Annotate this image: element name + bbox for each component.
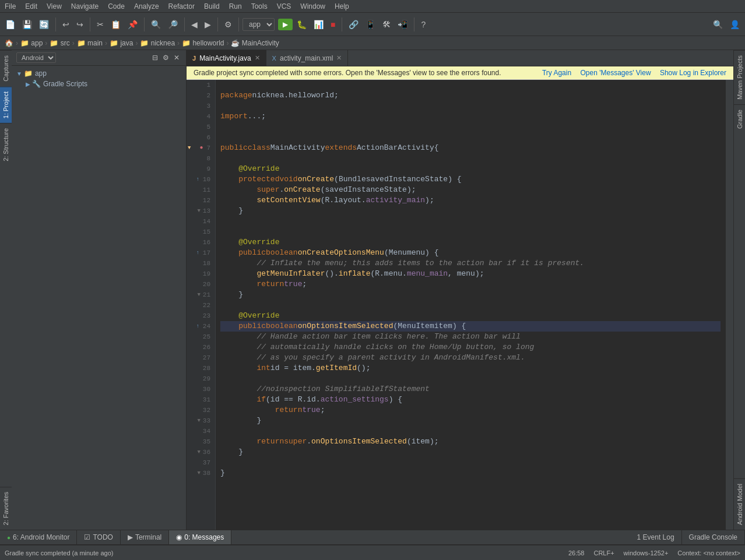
project-tab[interactable]: 1: Project — [0, 86, 12, 123]
tree-label-app: app — [35, 69, 47, 78]
gutter-line-1: 1 — [187, 80, 215, 90]
maven-projects-tab[interactable]: Maven Projects — [734, 50, 745, 104]
show-log-link[interactable]: Show Log in Explorer — [660, 69, 726, 77]
code-line-29 — [220, 374, 721, 384]
code-line-25: // Handle action bar item clicks here. T… — [220, 332, 721, 342]
bc-java[interactable]: 📁 java — [110, 39, 133, 47]
help-btn[interactable]: ? — [418, 18, 428, 31]
debug-btn[interactable]: 🐛 — [294, 18, 310, 31]
todo-icon: ☑ — [84, 533, 90, 541]
code-line-30: //noinspection SimplifiableIfStatement — [220, 384, 721, 395]
project-panel-header: Android ⊟ ⚙ ✕ — [12, 50, 186, 66]
menu-analyze[interactable]: Analyze — [129, 1, 164, 12]
vertical-scrollbar[interactable] — [725, 80, 733, 530]
tab-close-java[interactable]: ✕ — [255, 54, 260, 62]
gutter-line-27: 27 — [187, 353, 215, 363]
menu-window[interactable]: Window — [296, 1, 330, 12]
terminal-tab[interactable]: ▶ Terminal — [121, 530, 169, 544]
gutter-line-3: 3 — [187, 101, 215, 111]
bc-src[interactable]: 📁 src — [50, 39, 69, 47]
tree-item-app[interactable]: ▼ 📁 app — [12, 68, 186, 79]
menu-navigate[interactable]: Navigate — [66, 1, 103, 12]
bc-main[interactable]: 📁 main — [77, 39, 103, 47]
copy-btn[interactable]: 📋 — [108, 18, 124, 31]
search-everywhere-btn[interactable]: 🔍 — [710, 18, 726, 31]
favorites-tab[interactable]: 2: Favorites — [0, 487, 12, 530]
save-btn[interactable]: 💾 — [19, 18, 35, 31]
settings-user-btn[interactable]: 👤 — [727, 18, 743, 31]
find-replace-btn[interactable]: 🔎 — [165, 18, 181, 31]
tab-mainactivity-java[interactable]: J MainActivity.java ✕ — [187, 50, 266, 66]
build-btn[interactable]: ⚙ — [222, 18, 235, 31]
cut-btn[interactable]: ✂ — [94, 18, 107, 31]
tree-item-gradle[interactable]: ▶ 🔧 Gradle Scripts — [12, 79, 186, 89]
gradle-status[interactable]: Gradle sync completed (a minute ago) — [5, 550, 113, 557]
bottom-tabs: ● 6: Android Monitor ☑ TODO ▶ Terminal ◉… — [0, 530, 745, 545]
structure-tab[interactable]: 2: Structure — [0, 123, 12, 166]
gutter-line-8: 8 — [187, 153, 215, 164]
prev-btn[interactable]: ◀ — [188, 18, 201, 31]
menu-vcs[interactable]: VCS — [272, 1, 296, 12]
bc-helloworld-pkg[interactable]: 📁 helloworld — [182, 39, 224, 47]
open-messages-link[interactable]: Open 'Messages' View — [580, 69, 651, 77]
menu-code[interactable]: Code — [103, 1, 129, 12]
settings-btn[interactable]: ⚙ — [161, 53, 171, 62]
new-file-btn[interactable]: 📄 — [2, 18, 18, 31]
run-button[interactable]: ▶ — [278, 19, 293, 30]
sdk-btn[interactable]: 🛠 — [379, 18, 393, 31]
tab-activity-main-xml[interactable]: X activity_main.xml ✕ — [266, 50, 349, 66]
menu-view[interactable]: View — [42, 1, 66, 12]
stop-btn[interactable]: ■ — [328, 18, 338, 31]
android-model-tab[interactable]: Android Model — [734, 478, 745, 530]
collapse-all-btn[interactable]: ⊟ — [150, 53, 160, 62]
event-log-label: 1 Event Log — [637, 533, 674, 541]
menu-file[interactable]: File — [0, 1, 20, 12]
messages-tab[interactable]: ◉ 0: Messages — [169, 530, 231, 544]
menu-refactor[interactable]: Refactor — [164, 1, 199, 12]
close-panel-btn[interactable]: ✕ — [172, 53, 181, 62]
undo-btn[interactable]: ↩ — [59, 18, 72, 31]
coverage-btn[interactable]: 📊 — [311, 18, 326, 31]
menu-build[interactable]: Build — [199, 1, 224, 12]
captures-tab[interactable]: Captures — [0, 50, 12, 86]
gradle-sync-btn[interactable]: 🔗 — [346, 18, 361, 31]
menu-run[interactable]: Run — [224, 1, 247, 12]
try-again-link[interactable]: Try Again — [542, 69, 571, 77]
bc-helloworld[interactable]: 🏠 — [5, 39, 13, 47]
android-device-btn[interactable]: 📲 — [395, 18, 410, 31]
menu-help[interactable]: Help — [330, 1, 354, 12]
project-view-selector[interactable]: Android — [16, 52, 56, 63]
menu-tools[interactable]: Tools — [247, 1, 272, 12]
line-separator[interactable]: CRLF+ — [593, 550, 614, 557]
find-btn[interactable]: 🔍 — [148, 18, 164, 31]
event-log-tab[interactable]: 1 Event Log — [630, 530, 682, 544]
cursor-position[interactable]: 26:58 — [568, 550, 585, 557]
separator-7 — [342, 17, 342, 31]
context-info[interactable]: Context: <no context> — [677, 550, 740, 557]
todo-tab[interactable]: ☑ TODO — [77, 530, 120, 544]
android-monitor-tab[interactable]: ● 6: Android Monitor — [0, 530, 77, 544]
bc-nicknea[interactable]: 📁 nicknea — [140, 39, 175, 47]
code-line-6 — [220, 132, 721, 143]
app-folder-icon: 📁 — [24, 69, 33, 78]
bc-sep-4: › — [105, 39, 107, 47]
menu-edit[interactable]: Edit — [20, 1, 42, 12]
next-btn[interactable]: ▶ — [202, 18, 214, 31]
bc-mainactivity[interactable]: ☕ MainActivity — [231, 39, 279, 47]
gutter-line-9: 9 — [187, 164, 215, 174]
run-config-dropdown[interactable]: app — [243, 18, 275, 31]
gutter-line-30: 30 — [187, 384, 215, 395]
gradle-tab[interactable]: Gradle — [734, 104, 745, 133]
sync-btn[interactable]: 🔄 — [36, 18, 52, 31]
gradle-console-tab[interactable]: Gradle Console — [682, 530, 745, 544]
gutter-line-32: 32 — [187, 405, 215, 415]
bc-app[interactable]: 📁 app — [20, 39, 43, 47]
avd-btn[interactable]: 📱 — [363, 18, 378, 31]
code-content[interactable]: package nicknea.helloworld; import ...; … — [216, 80, 725, 530]
redo-btn[interactable]: ↪ — [73, 18, 86, 31]
gutter-line-2: 2 — [187, 90, 215, 101]
gutter-line-4: 4 — [187, 111, 215, 122]
paste-btn[interactable]: 📌 — [125, 18, 140, 31]
tab-close-xml[interactable]: ✕ — [336, 54, 342, 62]
file-encoding[interactable]: windows-1252+ — [624, 550, 669, 557]
